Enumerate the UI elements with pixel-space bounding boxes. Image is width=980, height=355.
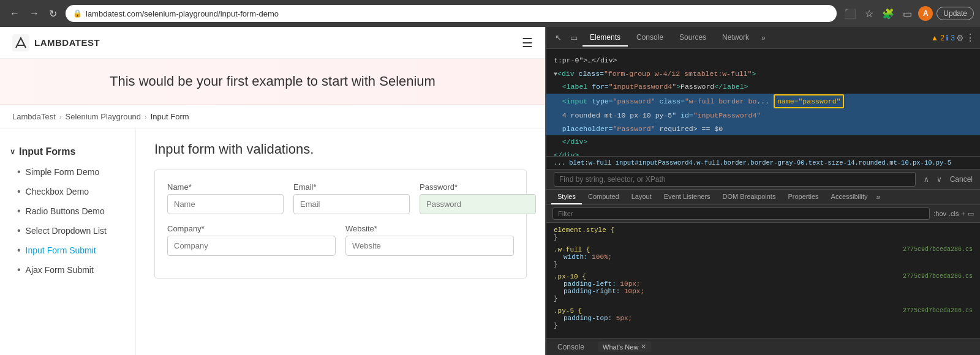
- email-input[interactable]: [293, 194, 410, 214]
- tab-event-listeners[interactable]: Event Listeners: [658, 190, 717, 204]
- name-input[interactable]: [167, 194, 284, 214]
- form-group-email: Email*: [293, 182, 410, 214]
- styles-panel: Styles Computed Layout Event Listeners D…: [546, 189, 980, 338]
- form-group-name: Name*: [167, 182, 284, 214]
- html-line: t:pr-0">…</div>: [546, 54, 980, 67]
- form-group-website: Website*: [345, 224, 514, 256]
- tab-styles[interactable]: Styles: [551, 190, 582, 204]
- forward-button[interactable]: →: [26, 6, 43, 21]
- webpage-topbar: LAMBDATEST ☰: [0, 27, 545, 59]
- find-prev-button[interactable]: ∧: [921, 174, 932, 185]
- find-cancel-button[interactable]: Cancel: [950, 175, 973, 184]
- browser-actions: ⬛ ☆ 🧩 ▭ A Update: [842, 6, 974, 22]
- tab-computed[interactable]: Computed: [582, 190, 625, 204]
- find-next-button[interactable]: ∨: [933, 174, 945, 185]
- sidebar-item-dropdown[interactable]: Select Dropdown List: [0, 221, 135, 241]
- new-rule-icon[interactable]: ▭: [968, 210, 974, 218]
- elements-panel: t:pr-0">…</div> ▼<div class="form-group …: [546, 49, 980, 189]
- breadcrumb-path-text: ... blet:w-full input#inputPassword4.w-f…: [554, 159, 951, 166]
- sidebar-item-input-form[interactable]: Input Form Submit: [0, 241, 135, 260]
- website-input[interactable]: [345, 236, 514, 256]
- sidebar-item-ajax[interactable]: Ajax Form Submit: [0, 260, 135, 280]
- sidebar-toggle-button[interactable]: ▭: [900, 6, 914, 22]
- breadcrumb-selenium[interactable]: Selenium Playground: [66, 112, 141, 121]
- reload-button[interactable]: ↻: [45, 6, 61, 22]
- extensions-puzzle-button[interactable]: 🧩: [880, 6, 897, 22]
- tab-dom-breakpoints[interactable]: DOM Breakpoints: [717, 190, 782, 204]
- extensions-button[interactable]: ⬛: [842, 6, 859, 22]
- pseudo-states-text[interactable]: :hov: [933, 210, 946, 218]
- logo-text: LAMBDATEST: [34, 37, 100, 48]
- menu-button[interactable]: ☰: [522, 36, 533, 50]
- hero-text: This would be your first example to star…: [24, 73, 521, 89]
- bottom-tab-console[interactable]: Console: [554, 340, 588, 354]
- sidebar-section-header[interactable]: ∨ Input Forms: [0, 141, 135, 162]
- devtools-bottombar: Console What's New ✕: [546, 338, 980, 355]
- address-bar[interactable]: 🔒 lambdatest.com/selenium-playground/inp…: [66, 5, 837, 22]
- form-grid: Name* Email* Password*: [154, 170, 527, 278]
- company-input[interactable]: [167, 236, 336, 256]
- html-line-highlighted-2: 4 rounded mt-10 px-10 py-5" id="inputPas…: [546, 109, 980, 122]
- tab-elements[interactable]: Elements: [582, 29, 628, 47]
- webpage: LAMBDATEST ☰ This would be your first ex…: [0, 27, 545, 355]
- info-count: ℹ 3: [946, 34, 955, 42]
- form-section: Input form with validations. Name* Email…: [136, 129, 545, 355]
- tab-network[interactable]: Network: [715, 29, 756, 47]
- name-label: Name*: [167, 182, 284, 192]
- styles-filter-input[interactable]: [552, 207, 930, 220]
- website-label: Website*: [345, 224, 514, 233]
- company-label: Company*: [167, 224, 336, 233]
- form-group-company: Company*: [167, 224, 336, 256]
- whats-new-badge: What's New ✕: [598, 342, 651, 352]
- back-button[interactable]: ←: [6, 6, 23, 21]
- cls-text[interactable]: .cls: [949, 210, 959, 218]
- styles-tabs: Styles Computed Layout Event Listeners D…: [546, 190, 980, 205]
- style-rule-element: element.style { }: [554, 226, 973, 241]
- devtools-panel: ↖ ▭ Elements Console Sources Network » ▲…: [545, 27, 980, 355]
- filter-actions: :hov .cls + ▭: [933, 210, 974, 218]
- tab-properties[interactable]: Properties: [782, 190, 824, 204]
- form-row-1: Name* Email* Password*: [167, 182, 514, 214]
- tab-layout[interactable]: Layout: [625, 190, 658, 204]
- breadcrumb-current: Input Form: [151, 112, 189, 121]
- main-layout: LAMBDATEST ☰ This would be your first ex…: [0, 27, 980, 355]
- add-style-icon[interactable]: +: [962, 210, 965, 218]
- password-input[interactable]: [420, 194, 536, 214]
- sidebar-item-simple-form[interactable]: Simple Form Demo: [0, 162, 135, 182]
- tab-sources[interactable]: Sources: [672, 29, 714, 47]
- find-bar: ∧ ∨ Cancel: [546, 169, 980, 189]
- styles-filter-bar: :hov .cls + ▭: [546, 205, 980, 223]
- nav-buttons: ← → ↻: [6, 6, 61, 22]
- whats-new-close-icon[interactable]: ✕: [641, 343, 646, 351]
- find-arrows: ∧ ∨: [921, 174, 945, 185]
- update-button[interactable]: Update: [937, 7, 974, 20]
- breadcrumb-sep-2: ›: [145, 113, 147, 121]
- sidebar-item-checkbox[interactable]: Checkbox Demo: [0, 182, 135, 201]
- html-line-highlighted: <input type="password" class="w-full bor…: [546, 94, 980, 110]
- tab-accessibility[interactable]: Accessibility: [825, 190, 874, 204]
- logo-area: LAMBDATEST: [12, 34, 100, 51]
- sidebar-section-label: Input Forms: [19, 146, 75, 157]
- sidebar-item-radio[interactable]: Radio Buttons Demo: [0, 201, 135, 221]
- sidebar: ∨ Input Forms Simple Form Demo Checkbox …: [0, 129, 136, 355]
- url-text: lambdatest.com/selenium-playground/input…: [86, 9, 829, 18]
- breadcrumb: LambdaTest › Selenium Playground › Input…: [0, 105, 545, 129]
- form-row-2: Company* Website*: [167, 224, 514, 256]
- breadcrumb-home[interactable]: LambdaTest: [12, 112, 56, 121]
- devtools-select-icon[interactable]: ↖: [551, 31, 565, 45]
- breadcrumb-sep-1: ›: [59, 113, 62, 121]
- bookmark-button[interactable]: ☆: [862, 6, 876, 22]
- whats-new-label: What's New: [603, 343, 638, 351]
- hero-banner: This would be your first example to star…: [0, 59, 545, 105]
- settings-icon[interactable]: ⚙: [956, 33, 964, 43]
- style-rule-py5: .py-5 {2775c9d7bceda286.cs padding-top: …: [554, 307, 973, 329]
- profile-avatar[interactable]: A: [918, 6, 933, 21]
- tab-console[interactable]: Console: [629, 29, 671, 47]
- styles-more[interactable]: »: [873, 190, 883, 204]
- find-input[interactable]: [554, 172, 916, 187]
- content-area: ∨ Input Forms Simple Form Demo Checkbox …: [0, 129, 545, 355]
- warnings-count: ▲ 2: [931, 34, 944, 42]
- devtools-device-icon[interactable]: ▭: [567, 31, 581, 45]
- devtools-more-tabs[interactable]: »: [758, 34, 769, 42]
- more-options-icon[interactable]: ⋮: [965, 32, 975, 43]
